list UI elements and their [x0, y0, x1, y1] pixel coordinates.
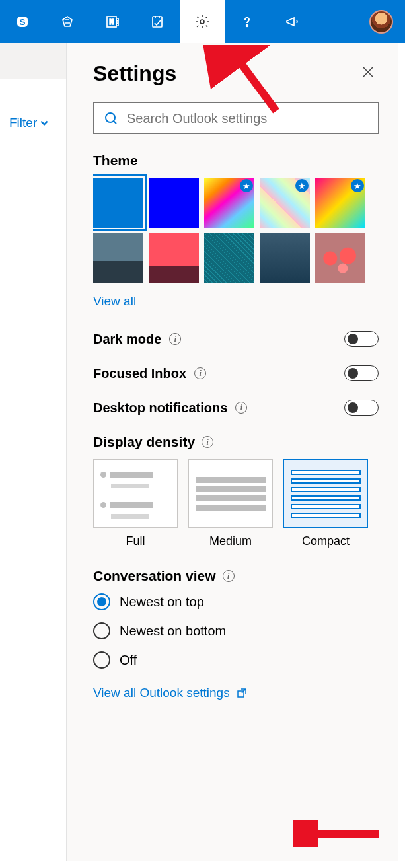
todo-icon[interactable]: [135, 0, 180, 43]
theme-tile-art[interactable]: ★: [315, 178, 365, 228]
conversation-view-title: Conversation view: [93, 568, 216, 584]
theme-tile-bokeh[interactable]: [315, 233, 365, 283]
svg-point-6: [246, 24, 248, 26]
radio-icon: [93, 651, 110, 669]
filter-label: Filter: [9, 116, 37, 130]
svg-text:S: S: [20, 17, 26, 27]
svg-text:N: N: [109, 18, 114, 26]
theme-tile-circuit[interactable]: [204, 233, 254, 283]
star-icon: ★: [240, 179, 253, 192]
dark-mode-label: Dark mode: [93, 332, 161, 347]
theme-title: Theme: [93, 153, 379, 168]
onenote-icon[interactable]: N: [90, 0, 135, 43]
radio-label: Newest on bottom: [120, 624, 226, 639]
density-label-medium: Medium: [188, 534, 273, 548]
megaphone-icon[interactable]: [270, 0, 314, 43]
theme-tile-blue[interactable]: [93, 178, 143, 228]
radio-icon: [93, 622, 110, 639]
star-icon: ★: [295, 179, 309, 192]
focused-inbox-toggle[interactable]: [344, 365, 379, 381]
view-all-outlook-settings-link[interactable]: View all Outlook settings: [93, 686, 230, 700]
focused-inbox-label: Focused Inbox: [93, 366, 186, 381]
radio-label: Newest on top: [120, 595, 204, 610]
info-icon[interactable]: i: [202, 436, 213, 448]
chevron-down-icon: [40, 118, 49, 127]
svg-point-7: [106, 113, 115, 122]
panel-title: Settings: [93, 61, 176, 86]
theme-grid: ★ ★ ★: [93, 178, 379, 283]
density-option-medium[interactable]: [188, 459, 273, 528]
radio-icon: [93, 593, 110, 610]
view-all-themes-link[interactable]: View all: [93, 294, 136, 308]
svg-point-5: [200, 20, 204, 24]
radio-newest-top[interactable]: Newest on top: [93, 593, 379, 610]
search-input[interactable]: [127, 111, 369, 126]
dark-mode-toggle[interactable]: [344, 331, 379, 347]
search-input-wrapper[interactable]: [93, 102, 379, 134]
close-button[interactable]: [357, 60, 379, 87]
density-option-compact[interactable]: [283, 459, 368, 528]
star-icon: ★: [351, 179, 364, 192]
radio-off[interactable]: Off: [93, 651, 379, 669]
density-label-compact: Compact: [283, 534, 368, 548]
theme-tile-sunset[interactable]: [149, 233, 199, 283]
filter-link[interactable]: Filter: [9, 116, 66, 130]
search-icon: [103, 110, 119, 126]
skype-icon[interactable]: S: [0, 0, 45, 43]
density-option-full[interactable]: [93, 459, 178, 528]
open-in-new-icon: [237, 688, 247, 698]
display-density-title: Display density: [93, 434, 195, 450]
theme-tile-rainbow[interactable]: ★: [204, 178, 254, 228]
radio-newest-bottom[interactable]: Newest on bottom: [93, 622, 379, 639]
svg-rect-4: [153, 17, 162, 27]
app-header: S N: [0, 0, 405, 43]
info-icon[interactable]: i: [235, 402, 247, 414]
theme-tile-mountain[interactable]: [93, 233, 143, 283]
avatar[interactable]: [369, 10, 393, 34]
theme-tile-elevation[interactable]: [260, 233, 310, 283]
gear-icon[interactable]: [180, 0, 225, 43]
close-icon: [361, 65, 375, 79]
settings-panel: Settings ▾ Theme ★ ★ ★ View all Dark mod…: [66, 43, 398, 861]
premium-icon[interactable]: [45, 0, 90, 43]
help-icon[interactable]: [225, 0, 270, 43]
theme-tile-darkblue[interactable]: [149, 178, 199, 228]
info-icon[interactable]: i: [223, 570, 235, 582]
info-icon[interactable]: i: [194, 367, 206, 379]
info-icon[interactable]: i: [169, 333, 181, 345]
left-column: Filter: [0, 43, 66, 836]
radio-label: Off: [120, 653, 137, 668]
density-label-full: Full: [93, 534, 178, 548]
desktop-notifications-label: Desktop notifications: [93, 400, 227, 416]
theme-tile-prism[interactable]: ★: [260, 178, 310, 228]
desktop-notifications-toggle[interactable]: [344, 400, 379, 416]
